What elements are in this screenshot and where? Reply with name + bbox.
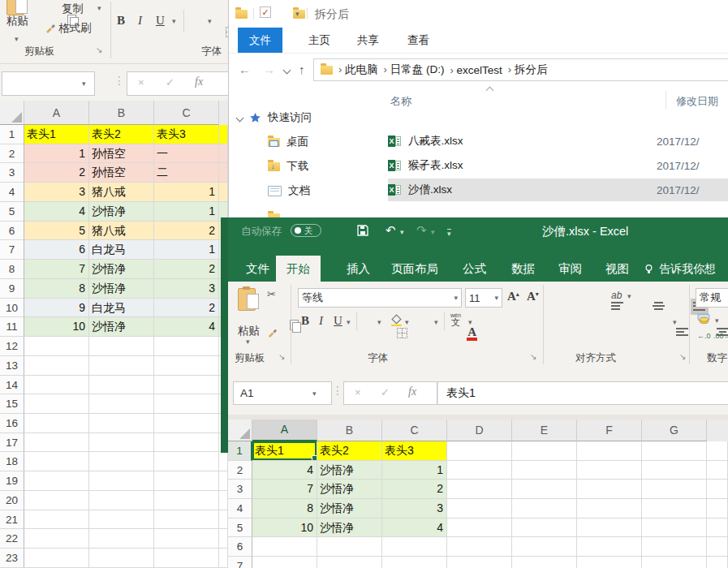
cell-b[interactable] <box>89 394 154 414</box>
cell-b[interactable]: 沙悟净 <box>89 279 154 299</box>
row-header[interactable]: 8 <box>0 260 24 279</box>
cell-d-sliver[interactable] <box>219 491 228 510</box>
cell-a[interactable]: 表头1 <box>24 125 89 144</box>
cell-c[interactable] <box>154 337 219 356</box>
ribbon-tab[interactable]: 审阅 <box>548 256 592 282</box>
underline-dropdown-icon[interactable]: ▾ <box>172 18 176 25</box>
cell-f[interactable] <box>577 519 642 538</box>
cell-b[interactable] <box>89 510 154 530</box>
decrease-decimal-icon[interactable]: .00→ <box>713 332 728 340</box>
cell-f[interactable] <box>577 557 642 568</box>
row-header[interactable]: 3 <box>228 480 252 499</box>
cell-d-sliver[interactable] <box>219 510 228 530</box>
column-header[interactable]: C <box>382 420 447 441</box>
cell-d-sliver[interactable] <box>219 144 228 164</box>
column-header-name[interactable]: 名称 <box>390 94 411 109</box>
select-all-corner[interactable] <box>0 101 24 125</box>
file-row[interactable]: X 沙僧.xlsx 2017/12/ <box>388 179 728 201</box>
autosave-toggle[interactable]: 关 <box>291 224 321 237</box>
sidebar-quick-access[interactable]: 快速访问 <box>237 110 312 125</box>
borders-icon[interactable] <box>397 328 407 338</box>
cell-c[interactable]: 1 <box>154 202 219 222</box>
forward-icon[interactable]: → <box>263 63 275 75</box>
cell-a[interactable] <box>24 433 89 453</box>
cell-a[interactable] <box>252 557 317 568</box>
cell-b[interactable] <box>89 549 154 568</box>
row-header[interactable]: 17 <box>0 433 24 453</box>
row-header[interactable]: 6 <box>0 222 24 241</box>
ribbon-tab[interactable]: 开始 <box>276 256 321 282</box>
row-header[interactable]: 7 <box>0 240 24 260</box>
cell-b[interactable]: 沙悟净 <box>317 461 382 480</box>
cell-c[interactable] <box>154 356 219 376</box>
cell-a[interactable]: 10 <box>252 519 317 538</box>
underline-button[interactable]: U <box>334 314 342 328</box>
cell-e[interactable] <box>512 461 577 480</box>
formula-input[interactable]: 表头1 <box>437 381 728 405</box>
column-header[interactable]: A <box>252 420 317 441</box>
cell-a[interactable] <box>24 471 89 491</box>
row-header[interactable]: 22 <box>0 529 24 549</box>
cell-c[interactable]: 1 <box>154 183 219 202</box>
row-header[interactable]: 15 <box>0 394 24 414</box>
cell-b[interactable] <box>89 452 154 471</box>
sidebar-item-label[interactable]: 桌面 <box>286 135 308 149</box>
cell-b[interactable]: 沙悟净 <box>89 260 154 279</box>
cell-a[interactable]: 4 <box>24 202 89 222</box>
row-header[interactable]: 13 <box>0 356 24 376</box>
row-header[interactable]: 10 <box>0 299 24 318</box>
cell-c[interactable]: 表头3 <box>154 125 219 144</box>
cell-g[interactable] <box>642 557 707 568</box>
copy-icon[interactable] <box>290 320 299 330</box>
undo-icon[interactable]: ↶ <box>386 224 396 236</box>
cell-d[interactable] <box>447 537 512 557</box>
cell-f[interactable] <box>577 537 642 557</box>
cell-b[interactable]: 沙悟净 <box>89 202 154 222</box>
name-box[interactable] <box>2 71 95 96</box>
fx-icon[interactable]: fx <box>195 75 203 88</box>
cell-c[interactable] <box>154 549 219 568</box>
breadcrumb-item[interactable]: › 此电脑 <box>338 62 378 77</box>
cell-b[interactable]: 表头2 <box>89 125 154 144</box>
cell-a[interactable] <box>24 414 89 433</box>
bold-button[interactable]: B <box>117 14 125 28</box>
cell-c[interactable]: 3 <box>382 499 447 519</box>
cell-a[interactable] <box>24 452 89 471</box>
enter-icon[interactable]: ✓ <box>166 76 174 88</box>
cell-e[interactable] <box>512 441 577 461</box>
cell-c[interactable]: 2 <box>154 260 219 279</box>
merge-dropdown-icon[interactable]: ▾ <box>673 319 677 326</box>
up-icon[interactable]: ↑ <box>299 63 305 75</box>
cell-a[interactable]: 10 <box>24 317 89 337</box>
column-header[interactable]: E <box>512 420 577 441</box>
save-icon[interactable] <box>356 224 369 237</box>
fill-color-icon[interactable] <box>390 314 403 326</box>
cell-e[interactable] <box>512 480 577 499</box>
cell-g[interactable] <box>642 461 707 480</box>
cell-c[interactable] <box>154 433 219 453</box>
properties-check-icon[interactable]: ✓ <box>260 6 271 18</box>
row-header[interactable]: 6 <box>228 537 252 557</box>
breadcrumb-item[interactable]: › 日常盘 (D:) <box>384 62 445 77</box>
cell-a[interactable] <box>24 356 89 376</box>
enter-icon[interactable]: ✓ <box>381 386 390 398</box>
row-header[interactable]: 21 <box>0 510 24 530</box>
cell-a[interactable] <box>24 549 89 568</box>
cell-b[interactable]: 沙悟净 <box>317 499 382 519</box>
cell-h-sliver[interactable] <box>707 519 728 538</box>
borders-dropdown-icon[interactable]: ▾ <box>377 319 381 326</box>
breadcrumb-label[interactable]: 此电脑 <box>345 63 378 75</box>
row-header[interactable]: 20 <box>0 491 24 510</box>
cell-a[interactable]: 7 <box>252 480 317 499</box>
cell-a[interactable]: 7 <box>24 260 89 279</box>
explorer-tab[interactable]: 主页 <box>297 28 342 53</box>
cell-b[interactable]: 孙悟空 <box>89 144 154 164</box>
cell-c[interactable] <box>154 529 219 549</box>
cell-b[interactable] <box>89 529 154 549</box>
cell-a[interactable]: 2 <box>24 163 89 183</box>
cell-c[interactable] <box>154 510 219 530</box>
breadcrumb-label[interactable]: 日常盘 (D:) <box>390 63 445 75</box>
cell-g[interactable] <box>642 499 707 519</box>
cell-b[interactable]: 表头2 <box>317 441 382 461</box>
cell-d[interactable] <box>447 461 512 480</box>
